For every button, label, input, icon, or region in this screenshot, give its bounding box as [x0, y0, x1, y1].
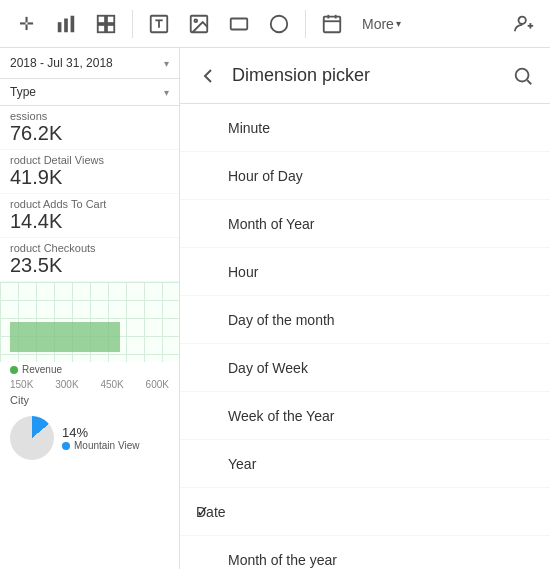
- svg-rect-2: [71, 15, 75, 32]
- svg-rect-0: [58, 22, 62, 32]
- legend-revenue-label: Revenue: [22, 364, 62, 375]
- divider-2: [305, 10, 306, 38]
- dimension-item-date[interactable]: ✓ Date: [180, 488, 550, 536]
- svg-point-18: [519, 16, 526, 23]
- dimension-label: Week of the Year: [228, 408, 334, 424]
- dimension-item-month-of-year[interactable]: Month of Year: [180, 200, 550, 248]
- metric-adds-to-cart: roduct Adds To Cart 14.4K: [0, 194, 179, 238]
- crosshair-icon[interactable]: ✛: [8, 6, 44, 42]
- more-label: More: [362, 16, 394, 32]
- pie-legend-dot: [62, 442, 70, 450]
- metric-sessions: essions 76.2K: [0, 106, 179, 150]
- search-button[interactable]: [512, 65, 534, 87]
- metric-checkouts-label: roduct Checkouts: [10, 242, 169, 254]
- dimension-title: Dimension picker: [232, 65, 500, 86]
- main-content: 2018 - Jul 31, 2018 ▾ Type ▾ essions 76.…: [0, 48, 550, 569]
- date-range-selector[interactable]: 2018 - Jul 31, 2018 ▾: [0, 48, 179, 79]
- type-label: Type: [10, 85, 36, 99]
- x-axis-label-1: 150K: [10, 379, 33, 390]
- x-axis: 150K 300K 450K 600K: [0, 377, 179, 392]
- svg-rect-12: [231, 18, 248, 29]
- checkmark-icon: ✓: [196, 502, 209, 521]
- svg-rect-5: [98, 24, 105, 31]
- metric-sessions-value: 76.2K: [10, 122, 169, 145]
- svg-point-21: [516, 68, 529, 81]
- metrics-area: essions 76.2K roduct Detail Views 41.9K …: [0, 106, 179, 569]
- metric-product-detail-label: roduct Detail Views: [10, 154, 169, 166]
- dimension-label: Hour of Day: [228, 168, 303, 184]
- dimension-label: Minute: [228, 120, 270, 136]
- dimension-label: Year: [228, 456, 256, 472]
- svg-rect-6: [107, 24, 114, 31]
- metric-sessions-label: essions: [10, 110, 169, 122]
- dimension-label: Day of Week: [228, 360, 308, 376]
- metric-checkouts-value: 23.5K: [10, 254, 169, 277]
- svg-point-11: [194, 19, 197, 22]
- chart-area: [0, 282, 179, 362]
- dimension-label: Month of the year: [228, 552, 337, 568]
- metric-checkouts: roduct Checkouts 23.5K: [0, 238, 179, 282]
- svg-rect-1: [64, 18, 68, 32]
- x-axis-label-2: 300K: [55, 379, 78, 390]
- dimension-label: Month of Year: [228, 216, 314, 232]
- toolbar: ✛ More ▾: [0, 0, 550, 48]
- legend-revenue-dot: [10, 366, 18, 374]
- svg-rect-14: [324, 16, 341, 32]
- date-range-value: 2018 - Jul 31, 2018: [10, 56, 113, 70]
- chart-bar: [10, 322, 120, 352]
- pie-info: 14% Mountain View: [62, 425, 139, 451]
- dimension-item-day-of-month[interactable]: Day of the month: [180, 296, 550, 344]
- dimension-item-day-of-week[interactable]: Day of Week: [180, 344, 550, 392]
- svg-rect-3: [98, 15, 105, 22]
- pie-area: 14% Mountain View: [0, 408, 179, 468]
- metric-product-detail: roduct Detail Views 41.9K: [0, 150, 179, 194]
- svg-point-13: [271, 15, 288, 32]
- metric-product-detail-value: 41.9K: [10, 166, 169, 189]
- svg-rect-4: [107, 15, 114, 22]
- back-button[interactable]: [196, 64, 220, 88]
- metric-adds-to-cart-label: roduct Adds To Cart: [10, 198, 169, 210]
- type-arrow-icon: ▾: [164, 87, 169, 98]
- grid-icon[interactable]: [88, 6, 124, 42]
- metric-adds-to-cart-value: 14.4K: [10, 210, 169, 233]
- city-label: City: [0, 392, 179, 408]
- divider-1: [132, 10, 133, 38]
- dimension-item-minute[interactable]: Minute: [180, 104, 550, 152]
- add-user-button[interactable]: [506, 6, 542, 42]
- dimension-item-hour[interactable]: Hour: [180, 248, 550, 296]
- image-icon[interactable]: [181, 6, 217, 42]
- calendar-icon[interactable]: [314, 6, 350, 42]
- dimension-item-hour-of-day[interactable]: Hour of Day: [180, 152, 550, 200]
- circle-icon[interactable]: [261, 6, 297, 42]
- dimension-item-month-of-the-year[interactable]: Month of the year: [180, 536, 550, 569]
- pie-percent: 14%: [62, 425, 139, 440]
- dimension-item-week-of-year[interactable]: Week of the Year: [180, 392, 550, 440]
- dimension-header: Dimension picker: [180, 48, 550, 104]
- date-range-arrow-icon: ▾: [164, 58, 169, 69]
- type-selector[interactable]: Type ▾: [0, 79, 179, 106]
- x-axis-label-3: 450K: [100, 379, 123, 390]
- x-axis-label-4: 600K: [146, 379, 169, 390]
- bar-chart-icon[interactable]: [48, 6, 84, 42]
- pie-city-label: Mountain View: [74, 440, 139, 451]
- rectangle-icon[interactable]: [221, 6, 257, 42]
- left-panel: 2018 - Jul 31, 2018 ▾ Type ▾ essions 76.…: [0, 48, 180, 569]
- dimension-item-year[interactable]: Year: [180, 440, 550, 488]
- more-button[interactable]: More ▾: [354, 12, 409, 36]
- dimension-list: Minute Hour of Day Month of Year Hour Da…: [180, 104, 550, 569]
- dimension-picker-panel: Dimension picker Minute Hour of Day Mont…: [180, 48, 550, 569]
- text-icon[interactable]: [141, 6, 177, 42]
- chart-legend: Revenue: [0, 362, 179, 377]
- more-arrow-icon: ▾: [396, 18, 401, 29]
- dimension-label: Day of the month: [228, 312, 335, 328]
- svg-line-22: [527, 80, 531, 84]
- dimension-label: Hour: [228, 264, 258, 280]
- pie-chart: [10, 416, 54, 460]
